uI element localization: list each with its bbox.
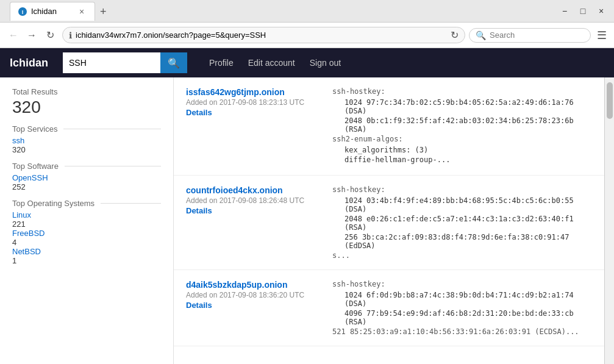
result-line-3-1: 1024 6f:0d:9b:b8:a7:4c:38:9b:0d:b4:71:4c… (344, 291, 592, 308)
results-pane: issfas642wg6tjmp.onion Added on 2017-09-… (174, 77, 604, 364)
sidebar: Total Results 320 Top Services ssh 320 T… (0, 77, 174, 364)
result-section-label-1-3: ssh2-enum-algos: (332, 135, 592, 143)
result-section-label-1-0: ssh-hostkey: (332, 87, 592, 96)
sidebar-software-item: OpenSSH 252 (12, 173, 161, 191)
sidebar-software-openssh-label[interactable]: OpenSSH (12, 173, 161, 182)
result-line-1-5: diffie-hellman-group-... (344, 155, 592, 164)
new-tab-button[interactable]: + (95, 3, 112, 21)
result-item: d4aik5sbzkdap5up.onion Added on 2017-09-… (174, 270, 604, 346)
sidebar-section-top-os: Top Operating Systems (12, 199, 161, 208)
sidebar-section-top-services: Top Services (12, 124, 161, 134)
nav-link-profile[interactable]: Profile (202, 48, 241, 77)
result-added-2: Added on 2017-09-08 18:26:48 UTC (186, 196, 320, 205)
result-line-3-2: 4096 77:b9:54:e9:9d:af:46:b8:2d:31:20:be… (344, 309, 592, 326)
refresh-button[interactable]: ↻ (41, 27, 59, 44)
sidebar-os-linux: Linux 221 (12, 210, 161, 229)
result-line-2-1: 1024 03:4b:f4:9f:e4:89:bb:b4:68:95:5c:4b… (344, 196, 592, 213)
nav-link-sign-out[interactable]: Sign out (302, 48, 348, 77)
browser-menu-button[interactable]: ☰ (594, 26, 609, 45)
result-right-3: ssh-hostkey: 1024 6f:0d:9b:b8:a7:4c:38:9… (332, 280, 592, 336)
address-bar: ← → ↻ ℹ ↻ 🔍 ☰ (0, 22, 614, 48)
forward-button[interactable]: → (23, 27, 40, 44)
result-left-1: issfas642wg6tjmp.onion Added on 2017-09-… (186, 87, 320, 165)
title-bar: I Ichidan × + − □ × (0, 0, 614, 22)
result-right-2: ssh-hostkey: 1024 03:4b:f4:9f:e4:89:bb:b… (332, 185, 592, 260)
result-line-1-2: 2048 0b:c1:f9:32:5f:af:42:ab:03:02:34:b6… (344, 116, 592, 134)
sidebar-os-freebsd-count: 4 (12, 238, 161, 247)
window-chrome: I Ichidan × + − □ × ← → ↻ ℹ ↻ (0, 0, 614, 48)
result-left-3: d4aik5sbzkdap5up.onion Added on 2017-09-… (186, 280, 320, 336)
total-results-value: 320 (12, 98, 161, 117)
result-truncated-3: 521 85:25:03:a9:a1:10:4b:56:33:91:6a:26:… (332, 327, 592, 336)
app-search-input[interactable] (63, 52, 160, 73)
result-section-label-3-0: ssh-hostkey: (332, 280, 592, 288)
result-section-label-2-0: ssh-hostkey: (332, 185, 592, 194)
sidebar-os-netbsd-label[interactable]: NetBSD (12, 247, 161, 256)
app-search-button[interactable]: 🔍 (160, 52, 187, 73)
result-details-3[interactable]: Details (186, 301, 320, 310)
tab-favicon: I (18, 7, 27, 16)
result-line-2-3: 256 3b:ca:2c:af:09:83:d8:f4:78:9d:6e:fa:… (344, 233, 592, 250)
nav-links: Profile Edit account Sign out (202, 48, 348, 77)
sidebar-service-ssh-count: 320 (12, 145, 161, 154)
sidebar-os-netbsd-count: 1 (12, 256, 161, 265)
main-content: Total Results 320 Top Services ssh 320 T… (0, 77, 614, 364)
sidebar-software-openssh-count: 252 (12, 182, 161, 191)
sidebar-service-ssh-label[interactable]: ssh (12, 136, 161, 145)
minimize-button[interactable]: − (557, 3, 573, 19)
result-right-1: ssh-hostkey: 1024 97:7c:34:7b:02:c5:9b:b… (332, 87, 592, 165)
sidebar-os-linux-label[interactable]: Linux (12, 210, 161, 219)
result-item: countrfoioed4ckx.onion Added on 2017-09-… (174, 176, 604, 270)
total-results-label: Total Results (12, 87, 161, 96)
browser-search-input[interactable] (490, 30, 592, 40)
result-domain-1[interactable]: issfas642wg6tjmp.onion (186, 87, 320, 97)
search-icon: 🔍 (168, 58, 180, 68)
sidebar-os-netbsd: NetBSD 1 (12, 247, 161, 265)
sidebar-section-top-software: Top Software (12, 162, 161, 171)
tab-title: Ichidan (31, 7, 57, 16)
reload-icon[interactable]: ↻ (451, 29, 459, 41)
scrollbar[interactable] (604, 77, 614, 364)
app-logo: Ichidan (10, 57, 48, 70)
scroll-thumb[interactable] (607, 82, 613, 119)
result-item: issfas642wg6tjmp.onion Added on 2017-09-… (174, 77, 604, 176)
title-bar-left: I Ichidan × + (5, 2, 557, 21)
result-domain-2[interactable]: countrfoioed4ckx.onion (186, 185, 320, 195)
browser-search-wrap: 🔍 (469, 28, 591, 43)
result-domain-3[interactable]: d4aik5sbzkdap5up.onion (186, 280, 320, 290)
svg-text:I: I (22, 9, 24, 15)
sidebar-os-linux-count: 221 (12, 219, 161, 229)
sidebar-service-item: ssh 320 (12, 136, 161, 154)
back-button[interactable]: ← (5, 27, 22, 44)
app-search-box: 🔍 (63, 52, 187, 73)
result-truncated-2: s... (332, 251, 592, 260)
nav-buttons: ← → ↻ (5, 27, 59, 44)
result-added-3: Added on 2017-09-08 18:36:20 UTC (186, 291, 320, 299)
result-line-1-1: 1024 97:7c:34:7b:02:c5:9b:b4:05:62:5a:a2… (344, 98, 592, 115)
app-navbar: Ichidan 🔍 Profile Edit account Sign out (0, 48, 614, 77)
browser-search-icon: 🔍 (476, 30, 486, 40)
result-added-1: Added on 2017-09-08 18:23:13 UTC (186, 98, 320, 107)
window-controls: − □ × (557, 3, 609, 19)
info-icon: ℹ (69, 30, 72, 40)
sidebar-os-freebsd-label[interactable]: FreeBSD (12, 229, 161, 238)
sidebar-os-freebsd: FreeBSD 4 (12, 229, 161, 247)
maximize-button[interactable]: □ (575, 3, 591, 19)
tab-bar: I Ichidan × + (5, 2, 116, 21)
result-details-1[interactable]: Details (186, 108, 320, 117)
browser-tab[interactable]: I Ichidan × (10, 2, 95, 21)
result-details-2[interactable]: Details (186, 206, 320, 215)
address-input-wrap: ℹ ↻ (62, 27, 465, 43)
close-button[interactable]: × (593, 3, 609, 19)
address-input[interactable] (76, 30, 447, 40)
result-line-1-4: kex_algorithms: (3) (344, 146, 592, 154)
result-line-2-2: 2048 e0:26:c1:ef:de:c5:a7:e1:44:c3:1a:c3… (344, 215, 592, 232)
result-left-2: countrfoioed4ckx.onion Added on 2017-09-… (186, 185, 320, 260)
tab-close-button[interactable]: × (76, 6, 87, 17)
nav-link-edit-account[interactable]: Edit account (241, 48, 302, 77)
